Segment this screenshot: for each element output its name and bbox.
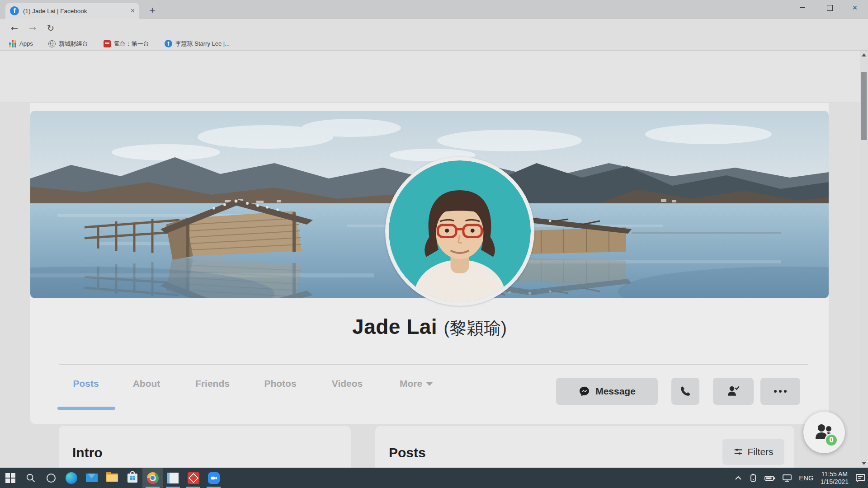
browser-toolbar: ← → ↻ Search Google | (0, 19, 868, 37)
date: 1/15/2021 (821, 478, 849, 486)
contacts-count-badge: 0 (825, 433, 838, 447)
window-close-button[interactable]: × (844, 0, 865, 15)
screen: f (1) Jade Lai | Facebook × + × ← → ↻ Se… (0, 0, 868, 488)
active-tab-underline (57, 407, 115, 410)
profile-card: Jade Lai (黎穎瑜) Posts About Friends Photo… (30, 103, 829, 424)
tab-posts[interactable]: Posts (63, 369, 108, 399)
tabs-divider (59, 364, 808, 365)
scroll-up-icon[interactable] (862, 53, 866, 56)
zoom-camera-icon (208, 472, 220, 484)
filters-icon (733, 447, 743, 457)
profile-name-chinese: (黎穎瑜) (444, 319, 507, 338)
folder-icon (106, 474, 118, 482)
taskbar-search-button[interactable] (20, 468, 41, 488)
phone-icon (679, 385, 691, 397)
system-tray: ENG 11:55 AM 1/15/2021 (735, 468, 865, 488)
taskbar-notepad[interactable] (163, 468, 183, 488)
apps-grid-icon (9, 40, 16, 47)
mail-icon (86, 474, 98, 482)
facebook-icon: f (165, 40, 172, 47)
reload-icon[interactable]: ↻ (43, 21, 58, 35)
facebook-profile-page: Jade Lai (黎穎瑜) Posts About Friends Photo… (0, 103, 868, 468)
taskbar-store[interactable] (122, 468, 142, 488)
taskbar-edge[interactable] (61, 468, 81, 488)
edge-icon (66, 472, 77, 484)
profile-name-english: Jade Lai (352, 315, 437, 338)
tray-chevron-up-icon[interactable] (735, 475, 742, 481)
taskbar-zoom[interactable] (203, 468, 224, 488)
store-icon (127, 474, 137, 483)
bookmark-radio-site[interactable]: 新城財經台 (48, 40, 88, 48)
facebook-favicon-icon: f (10, 6, 19, 15)
tab-about[interactable]: About (122, 369, 171, 399)
messenger-icon (578, 385, 590, 398)
bookmark-facebook-page[interactable]: f 李慧琼 Starry Lee |... (165, 40, 230, 48)
windows-taskbar: ENG 11:55 AM 1/15/2021 (0, 468, 868, 488)
notepad-icon (167, 473, 179, 483)
bookmark-radio-channel[interactable]: 電台：第一台 (104, 40, 149, 48)
action-center-icon[interactable] (855, 474, 865, 483)
vertical-scrollbar[interactable] (860, 51, 868, 468)
intro-card: Intro (59, 426, 351, 468)
time: 11:55 AM (821, 470, 848, 478)
tray-battery-icon[interactable] (764, 474, 775, 482)
posts-card: Posts Filters (375, 426, 794, 468)
contacts-sidebar-toggle[interactable]: 0 (803, 412, 845, 453)
language-indicator[interactable]: ENG (799, 474, 814, 482)
tab-more[interactable]: More (387, 369, 446, 399)
browser-tab-bar: f (1) Jade Lai | Facebook × + × (0, 0, 868, 19)
back-icon[interactable]: ← (7, 21, 22, 35)
chevron-down-icon (426, 382, 433, 386)
taskbar-file-explorer[interactable] (102, 468, 122, 488)
scroll-down-icon[interactable] (862, 462, 866, 465)
taskbar-mail[interactable] (81, 468, 102, 488)
tab-friends[interactable]: Friends (184, 369, 241, 399)
taskbar-red-app[interactable] (183, 468, 203, 488)
new-tab-button[interactable]: + (146, 4, 159, 17)
tab-close-icon[interactable]: × (131, 7, 135, 15)
cortana-icon (47, 474, 56, 483)
globe-icon (48, 40, 56, 47)
tab-title: (1) Jade Lai | Facebook (23, 8, 127, 14)
bookmark-label: 李慧琼 Starry Lee |... (175, 40, 230, 48)
bookmark-label: 電台：第一台 (114, 40, 149, 48)
tab-videos[interactable]: Videos (319, 369, 375, 399)
bookmark-apps[interactable]: Apps (9, 40, 33, 47)
bookmark-label: 新城財經台 (59, 40, 88, 48)
search-icon (26, 473, 36, 483)
posts-title: Posts (389, 445, 426, 460)
profile-more-options-button[interactable] (760, 378, 800, 405)
facebook-header: f 9+ (0, 51, 868, 103)
profile-picture[interactable] (385, 157, 534, 306)
windows-logo-icon (5, 473, 15, 483)
ellipsis-icon (774, 390, 787, 393)
bookmark-label: Apps (19, 40, 33, 47)
tray-device-icon[interactable] (749, 474, 758, 483)
radio-station-icon (104, 40, 111, 47)
profile-name: Jade Lai (黎穎瑜) (30, 314, 829, 340)
filters-button[interactable]: Filters (722, 439, 784, 465)
call-button[interactable] (671, 378, 699, 405)
person-check-icon (726, 385, 740, 398)
message-button[interactable]: Message (556, 378, 658, 405)
tray-network-icon[interactable] (782, 474, 792, 482)
chrome-icon (147, 472, 159, 484)
cortana-button[interactable] (41, 468, 61, 488)
window-restore-button[interactable] (819, 0, 840, 15)
taskbar-chrome[interactable] (142, 468, 163, 488)
scrollbar-thumb[interactable] (861, 72, 867, 140)
friend-status-button[interactable] (713, 378, 754, 405)
start-button[interactable] (0, 468, 20, 488)
tab-photos[interactable]: Photos (252, 369, 308, 399)
browser-tab[interactable]: f (1) Jade Lai | Facebook × (5, 3, 139, 19)
red-diamond-app-icon (188, 472, 199, 484)
window-minimize-button[interactable] (792, 0, 813, 15)
intro-title: Intro (72, 445, 103, 460)
taskbar-clock[interactable]: 11:55 AM 1/15/2021 (821, 470, 849, 486)
bookmarks-bar: Apps 新城財經台 電台：第一台 f 李慧琼 Starry Lee |... (0, 37, 868, 51)
forward-icon[interactable]: → (25, 21, 40, 35)
